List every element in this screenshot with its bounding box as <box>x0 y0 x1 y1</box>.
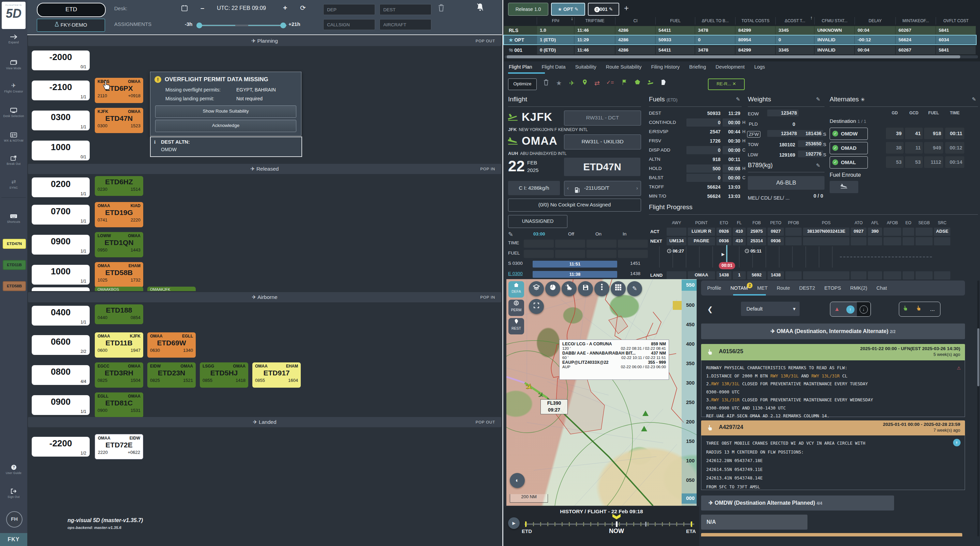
tag-icon[interactable] <box>658 79 668 89</box>
mel-label[interactable]: MEL/ CDL/ SEL/ ... <box>748 195 790 201</box>
notam-scrollbar[interactable] <box>977 281 979 536</box>
time-in-input[interactable] <box>587 239 617 248</box>
fp-row-001[interactable]: % 001 0 (ETD) 11:46 4286 54411 3478 8429… <box>504 46 976 54</box>
close-icon[interactable]: ✕ <box>732 81 736 86</box>
reroute-icon[interactable]: ⇄ <box>592 79 602 89</box>
fuel-row[interactable]: HOLD50000:08H <box>649 164 745 173</box>
flight-card-etd58b[interactable]: OMAAEHAM ETD58B 10251732 <box>95 262 143 287</box>
etd-filter-button[interactable]: ETD <box>37 3 106 17</box>
sort-down-button[interactable]: ↓ <box>857 302 870 316</box>
fky-demo-button[interactable]: FKY-DEMO <box>37 19 105 32</box>
dep-runway-button[interactable]: RW31L - DCT <box>564 110 641 126</box>
registration-button[interactable]: A6-BLB <box>748 176 824 190</box>
tab-etops[interactable]: ETOPS <box>824 285 841 291</box>
aircraft-filter-input[interactable] <box>380 19 431 30</box>
tab-suitability[interactable]: Suitability <box>575 64 597 70</box>
trash-icon[interactable] <box>541 79 551 89</box>
edit-times-icon[interactable]: ✎ <box>508 231 513 238</box>
orange-hand-button[interactable] <box>913 302 926 316</box>
edit-alternates-icon[interactable]: ✎ <box>972 96 976 102</box>
tab-dest2[interactable]: DEST2 <box>799 285 815 291</box>
map-rest-button[interactable]: REST <box>508 318 524 334</box>
flight-card-etd188[interactable]: ETD188 04400854 <box>95 304 143 324</box>
fp-001-chip[interactable]: 0001 ✎ <box>588 3 619 16</box>
slider-handle-right[interactable] <box>280 22 286 28</box>
fp-row-rls[interactable]: RLS 1.0 11:46 4286 54411 3478 84299 3345… <box>504 26 976 35</box>
fuel-row[interactable]: DISP ADD000:00C <box>649 146 745 154</box>
edit-fuels-icon[interactable]: ✎ <box>736 96 740 102</box>
more-button[interactable]: ... <box>926 302 939 316</box>
flight-card-etd47n[interactable]: KJFKOMAA ETD47N 03001523 <box>95 108 143 133</box>
flight-card-partial[interactable]: OMAAKJFK <box>147 287 196 291</box>
pie-chart-button[interactable] <box>545 281 560 296</box>
sidebar-item-expand[interactable]: Expand <box>0 33 27 44</box>
slider-handle-left[interactable] <box>196 22 202 28</box>
time-on-input[interactable] <box>555 239 585 248</box>
omaa-section-header[interactable]: ✈ OMAA (Destination, Intermediate Altern… <box>701 324 965 339</box>
grid-button[interactable] <box>611 281 626 296</box>
fp-table-scrollbar[interactable] <box>505 55 978 58</box>
shortcut-flight-etd11b[interactable]: ETD11B <box>3 260 26 270</box>
fullscreen-button[interactable] <box>529 299 544 314</box>
utc-minus-button[interactable]: – <box>200 4 204 12</box>
fuel-in-input[interactable] <box>587 250 617 258</box>
alternate-omad[interactable]: ✓OMAD <box>830 142 868 154</box>
zfw-value[interactable]: 123478 <box>767 130 799 137</box>
dest-filter-input[interactable] <box>380 4 431 15</box>
tab-flight-plan[interactable]: Flight Plan <box>509 64 532 70</box>
pop-in-button[interactable]: POP IN <box>480 164 495 174</box>
flag-icon[interactable] <box>619 79 630 89</box>
more-options-button[interactable] <box>594 281 609 296</box>
fp-row-opt-selected[interactable]: ★ OPT 1 (ETD) 11:29 4286 50933 0 80954 0… <box>504 35 976 45</box>
fuel-row[interactable]: BALST000:00C <box>649 174 745 182</box>
chevron-left-icon[interactable]: ‹ <box>567 181 569 195</box>
dep-filter-input[interactable] <box>323 4 375 15</box>
flight-card-etd23n[interactable]: EIDWOMAA ETD23N 08251521 <box>147 362 196 388</box>
edit-type-icon[interactable]: ✎ <box>816 163 821 169</box>
checklist-icon[interactable]: ✓= <box>605 79 615 89</box>
flight-card-etd81c[interactable]: EGLLOMAA ETD81C 09001531 <box>95 393 143 418</box>
pop-in-button[interactable]: POP IN <box>480 292 495 302</box>
tab-development[interactable]: Development <box>715 64 745 70</box>
tab-briefing[interactable]: Briefing <box>689 64 706 70</box>
notam-card-header-a0156[interactable]: A0156/25 2025-01-22 00:00 - UFN(EST 2025… <box>701 344 965 360</box>
now-marker[interactable] <box>612 514 620 519</box>
contrast-button[interactable]: ◐ <box>510 473 525 488</box>
spinner-icon[interactable]: ✳ <box>861 97 865 102</box>
flight-card-etd3rh[interactable]: EGCCOMAA ETD3RH 08251504 <box>95 362 143 388</box>
release-version-chip[interactable]: Release 1.0 <box>508 3 548 16</box>
tab-flight-data[interactable]: Flight Data <box>542 64 566 70</box>
flight-card-etd1qn[interactable]: LOWWOMAA ETD1QN 09501443 <box>95 232 143 257</box>
sidebar-item-user-guide[interactable]: ?User Guide <box>0 463 27 475</box>
tab-logs[interactable]: Logs <box>754 64 765 70</box>
col-fp[interactable]: FP# <box>537 17 574 25</box>
sidebar-item-view-mode[interactable]: View Mode <box>0 59 27 70</box>
show-route-suitability-button[interactable]: Show Route Suitability <box>155 105 296 118</box>
sidebar-item-flight-creator[interactable]: ✈Flight Creator <box>0 82 27 93</box>
playback-button[interactable]: ▶ <box>508 517 520 529</box>
shortcut-flight-etd58b[interactable]: ETD58B <box>3 281 26 291</box>
avatar[interactable]: FH <box>6 511 22 528</box>
time-off-input[interactable] <box>524 239 554 248</box>
tab-profile[interactable]: Profile <box>707 285 721 291</box>
sidebar-item-wx-notam[interactable]: WX & NOTAM <box>0 131 27 142</box>
unassigned-button[interactable]: UNASSIGNED <box>508 215 567 228</box>
save-button[interactable] <box>578 281 593 296</box>
crew-status[interactable]: (0/0) No Cockpit Crew Assigned <box>508 199 641 212</box>
arr-runway-button[interactable]: RW31L - UKILI3D <box>564 134 641 150</box>
notam-card-header-a4297[interactable]: A4297/24 2025-01-01 00:00 - 2025-02-28 2… <box>701 420 965 436</box>
flight-card-etd72e[interactable]: OMAAEIDW ETD72E 2220+0622 <box>95 434 143 459</box>
eow-value[interactable]: 123478 <box>767 110 799 117</box>
tab-route[interactable]: Route <box>777 285 790 291</box>
tab-met[interactable]: MET <box>757 285 768 291</box>
pentagon-icon[interactable] <box>632 79 643 89</box>
chevron-right-icon[interactable]: › <box>636 181 638 195</box>
sort-up-button[interactable]: ↑ <box>843 302 857 316</box>
time-in2-input[interactable] <box>618 239 648 248</box>
back-chevron[interactable]: ❮ <box>707 305 713 313</box>
sidebar-item-sign-out[interactable]: Sign Out <box>0 487 27 498</box>
green-hand-button[interactable] <box>899 302 913 316</box>
tab-filing-history[interactable]: Filing History <box>651 64 679 70</box>
zfw-label[interactable]: ZFW <box>747 131 760 137</box>
flight-card-etd11b[interactable]: OMAAKJFK ETD11B 06001947 <box>95 332 143 358</box>
